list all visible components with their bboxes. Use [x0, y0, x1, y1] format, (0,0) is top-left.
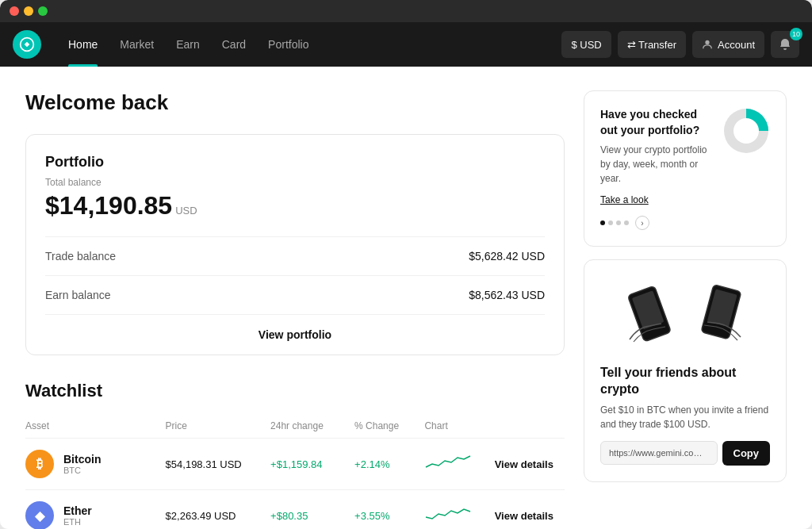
table-row: ₿ Bitcoin BTC $54,198.31 USD +$1,159.84 … — [25, 439, 565, 490]
nav-right: $ USD ⇄ Transfer Account 10 — [561, 31, 799, 58]
referral-url: https://www.gemini.com/sha... — [600, 441, 718, 465]
view-portfolio-row: View portfolio — [45, 314, 545, 355]
nav-home[interactable]: Home — [57, 22, 109, 67]
close-button[interactable] — [10, 6, 19, 16]
nav-links: Home Market Earn Card Portfolio — [57, 22, 561, 67]
asset-name-eth: Ether — [63, 504, 92, 517]
watchlist-table: Asset Price 24hr change % Change Chart ₿… — [25, 414, 565, 529]
eth-icon: ◆ — [25, 501, 54, 529]
btc-icon: ₿ — [25, 450, 54, 478]
portfolio-promo-header: Have you checked out your portfolio? Vie… — [600, 107, 770, 206]
transfer-button[interactable]: ⇄ Transfer — [618, 31, 686, 58]
friends-card-title: Tell your friends about crypto — [600, 365, 770, 398]
eth-change-pct: +3.55% — [354, 510, 424, 522]
fullscreen-button[interactable] — [38, 6, 48, 16]
left-panel: Welcome back Portfolio Total balance $14… — [25, 90, 565, 505]
main-content: Welcome back Portfolio Total balance $14… — [0, 67, 812, 529]
asset-ticker-eth: ETH — [63, 517, 92, 527]
dot-4 — [624, 220, 629, 225]
portfolio-promo-title: Have you checked out your portfolio? — [600, 107, 713, 138]
btc-price: $54,198.31 USD — [166, 458, 270, 470]
portfolio-promo-text: View your crypto portfolio by day, week,… — [600, 143, 713, 186]
trade-balance-row: Trade balance $5,628.42 USD — [45, 236, 545, 275]
dot-2 — [608, 220, 613, 225]
app-logo — [13, 30, 41, 59]
earn-balance-row: Earn balance $8,562.43 USD — [45, 275, 545, 314]
asset-name-btc: Bitcoin — [63, 453, 101, 466]
watchlist-header: Asset Price 24hr change % Change Chart — [25, 414, 565, 439]
friends-card: Tell your friends about crypto Get $10 i… — [584, 259, 787, 482]
btc-change-pct: +2.14% — [354, 458, 424, 470]
account-button[interactable]: Account — [692, 31, 764, 58]
portfolio-promo-link[interactable]: Take a look — [600, 194, 649, 205]
friends-card-text: Get $10 in BTC when you invite a friend … — [600, 403, 770, 431]
promo-next-button[interactable]: › — [635, 216, 649, 230]
nav-card[interactable]: Card — [211, 22, 257, 67]
trade-balance-value: $5,628.42 USD — [469, 250, 545, 263]
notification-button[interactable]: 10 — [771, 31, 799, 58]
copy-button[interactable]: Copy — [722, 441, 771, 466]
notification-badge: 10 — [790, 28, 802, 40]
portfolio-card: Portfolio Total balance $14,190.85USD Tr… — [25, 134, 565, 355]
btc-view-details[interactable]: View details — [495, 457, 565, 471]
btc-chart — [424, 450, 494, 478]
portfolio-card-title: Portfolio — [45, 154, 545, 171]
asset-ticker-btc: BTC — [63, 466, 101, 475]
svg-point-3 — [733, 118, 759, 144]
titlebar — [0, 0, 812, 22]
eth-chart — [424, 501, 494, 529]
asset-cell-btc: ₿ Bitcoin BTC — [25, 450, 166, 478]
watchlist-title: Watchlist — [25, 381, 565, 401]
view-portfolio-button[interactable]: View portfolio — [259, 328, 331, 341]
btc-change-24h: +$1,159.84 — [270, 458, 354, 470]
dot-1 — [600, 220, 605, 225]
usd-button[interactable]: $ USD — [561, 31, 611, 58]
eth-price: $2,263.49 USD — [166, 510, 270, 522]
referral-row: https://www.gemini.com/sha... Copy — [600, 441, 770, 466]
asset-cell-eth: ◆ Ether ETH — [25, 501, 166, 529]
navbar: Home Market Earn Card Portfolio $ USD ⇄ … — [0, 22, 812, 67]
dot-3 — [616, 220, 621, 225]
balance-amount: $14,190.85USD — [45, 191, 545, 220]
eth-change-24h: +$80.35 — [270, 510, 354, 522]
earn-balance-value: $8,562.43 USD — [469, 289, 545, 301]
nav-market[interactable]: Market — [109, 22, 165, 67]
page-title: Welcome back — [25, 90, 565, 115]
traffic-lights — [10, 6, 48, 16]
promo-dots: › — [600, 216, 770, 230]
portfolio-promo-card: Have you checked out your portfolio? Vie… — [584, 90, 787, 247]
table-row: ◆ Ether ETH $2,263.49 USD +$80.35 +3.55% — [25, 490, 565, 529]
nav-earn[interactable]: Earn — [165, 22, 211, 67]
nav-portfolio[interactable]: Portfolio — [257, 22, 320, 67]
svg-point-1 — [705, 40, 709, 44]
minimize-button[interactable] — [24, 6, 33, 16]
right-panel: Have you checked out your portfolio? Vie… — [584, 90, 787, 505]
balance-label: Total balance — [45, 177, 545, 188]
phones-graphic — [600, 276, 770, 355]
eth-view-details[interactable]: View details — [495, 508, 565, 523]
